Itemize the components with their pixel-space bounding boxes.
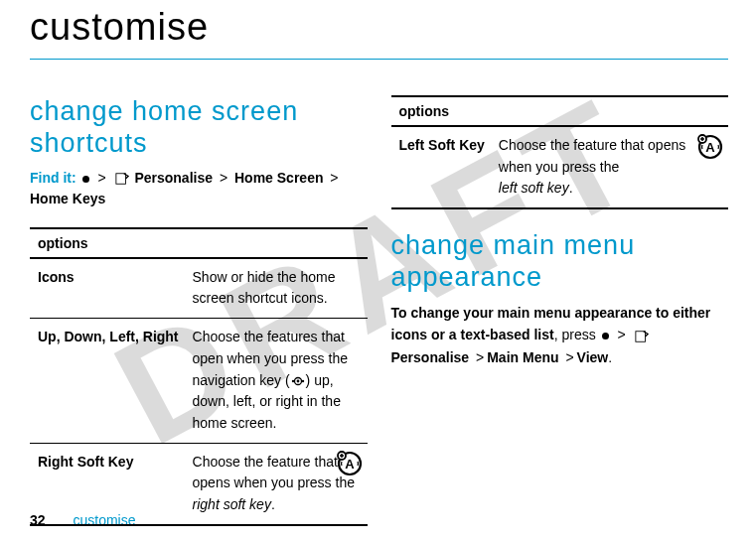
path-view: View: [577, 349, 609, 365]
right-column: options Left Soft Key Choose the feature…: [391, 95, 729, 526]
row-label-rightsoft: Right Soft Key: [30, 443, 185, 525]
row-desc: Choose the feature that opens when you p…: [185, 443, 368, 525]
table-header: options: [30, 228, 368, 258]
svg-point-3: [296, 379, 299, 382]
personalise-icon: [635, 330, 649, 343]
personalise-icon: [115, 172, 129, 186]
center-key-icon: [82, 176, 89, 183]
row-label-leftsoft: Left Soft Key: [391, 126, 491, 208]
table-row: Left Soft Key Choose the feature that op…: [391, 126, 729, 208]
svg-point-4: [301, 380, 303, 382]
svg-rect-0: [115, 174, 125, 185]
row-label-icons: Icons: [30, 258, 185, 319]
operator-badge-icon: A: [336, 450, 364, 477]
row-desc: Choose the features that open when you p…: [185, 319, 368, 443]
operator-badge-icon: A: [696, 133, 724, 161]
section-heading-shortcuts: change home screen shortcuts: [30, 95, 368, 160]
svg-text:A: A: [705, 140, 715, 155]
row-desc: Choose the feature that opens when you p…: [491, 126, 728, 208]
table-row: Up, Down, Left, Right Choose the feature…: [30, 319, 368, 443]
center-key-icon: [602, 333, 609, 339]
path-personalise: Personalise: [391, 349, 470, 365]
main-menu-instructions: To change your main menu appearance to e…: [391, 302, 729, 368]
svg-point-1: [291, 380, 293, 382]
find-it-label: Find it:: [30, 170, 76, 186]
row-label-directions: Up, Down, Left, Right: [30, 319, 185, 443]
path-homescreen: Home Screen: [234, 170, 323, 186]
path-mainmenu: Main Menu: [487, 349, 558, 365]
options-table-left: options Icons Show or hide the home scre…: [30, 227, 368, 526]
row-desc: Show or hide the home screen shortcut ic…: [185, 258, 368, 319]
left-column: change home screen shortcuts Find it: > …: [30, 95, 368, 526]
table-row: Right Soft Key Choose the feature that o…: [30, 443, 368, 525]
nav-key-icon: [290, 375, 306, 387]
path-personalise: Personalise: [134, 170, 213, 186]
page-title: customise: [30, 6, 728, 60]
table-row: Icons Show or hide the home screen short…: [30, 258, 368, 319]
svg-text:A: A: [345, 457, 355, 472]
section-heading-mainmenu: change main menu appearance: [391, 229, 729, 294]
options-table-right: options Left Soft Key Choose the feature…: [391, 95, 729, 209]
find-it-path: Find it: > Personalise > Home Screen > H…: [30, 168, 368, 209]
path-homekeys: Home Keys: [30, 191, 105, 206]
svg-rect-11: [635, 331, 645, 341]
table-header: options: [391, 96, 729, 126]
